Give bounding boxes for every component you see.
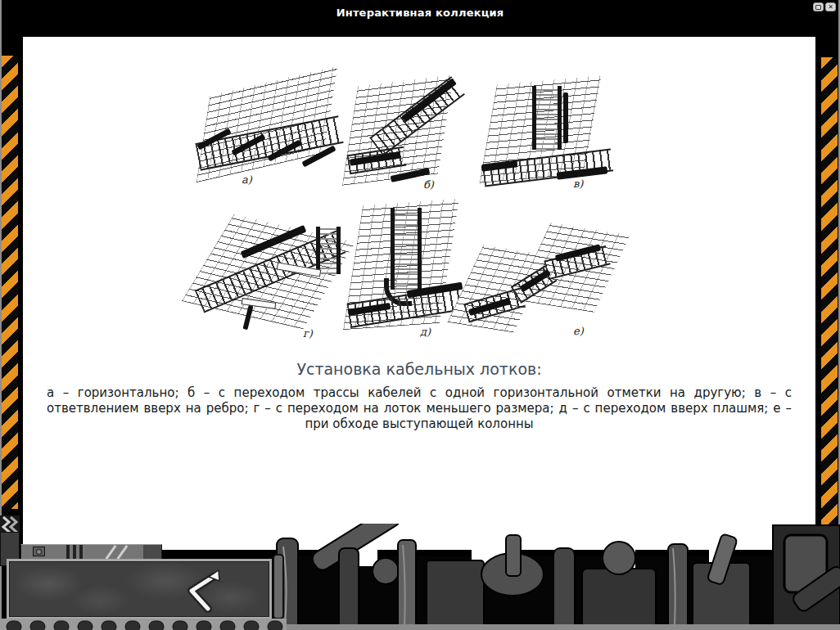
- caption-description: а – горизонтально; б – с переходом трасс…: [47, 385, 792, 432]
- window-title: Интерактивная коллекция: [0, 7, 840, 19]
- strip-end-cap: [143, 545, 161, 559]
- back-button[interactable]: [7, 559, 272, 619]
- figure-label: в): [573, 178, 583, 190]
- caption-title: Установка кабельных лотков:: [23, 360, 815, 378]
- figure-label: г): [303, 327, 313, 340]
- figure-g: г): [196, 209, 344, 340]
- minimize-button[interactable]: [813, 2, 824, 11]
- vertical-tray: [391, 208, 422, 290]
- vent-bars-icon: [66, 545, 84, 559]
- machinery-artwork: [267, 524, 840, 630]
- figure-a: а): [196, 82, 344, 188]
- figure-label: а): [242, 173, 252, 186]
- pipe-segment: [273, 554, 284, 619]
- gear-rack-strip: [0, 619, 287, 630]
- panel-top-strip: [20, 544, 162, 560]
- app-window: Интерактивная коллекция ✕ а): [0, 0, 840, 630]
- title-bar: Интерактивная коллекция ✕: [0, 0, 840, 37]
- caption-block: Установка кабельных лотков: а – горизонт…: [23, 360, 815, 432]
- figure-label: б): [423, 178, 434, 191]
- hazard-stripes-right: [821, 57, 838, 533]
- figure-v: в): [481, 78, 614, 192]
- hazard-stripes-left: [2, 56, 18, 509]
- minimize-icon: [815, 5, 821, 10]
- vertical-tray: [532, 86, 562, 150]
- slash-mark-icon: [106, 545, 117, 560]
- close-button[interactable]: ✕: [825, 2, 836, 11]
- tray-rail: [563, 92, 568, 143]
- content-card: а) б) в): [23, 37, 815, 550]
- slash-mark-icon: [117, 545, 129, 560]
- figure-e: е): [465, 225, 616, 340]
- vertical-tray: [316, 227, 341, 274]
- back-arrow-icon: [179, 569, 220, 613]
- figure-b: б): [348, 72, 467, 188]
- rivet-plate-icon: [33, 547, 45, 556]
- figure-label: е): [573, 325, 584, 337]
- figure-label: д): [420, 326, 431, 338]
- window-controls: ✕: [813, 2, 836, 11]
- close-icon: ✕: [828, 4, 833, 11]
